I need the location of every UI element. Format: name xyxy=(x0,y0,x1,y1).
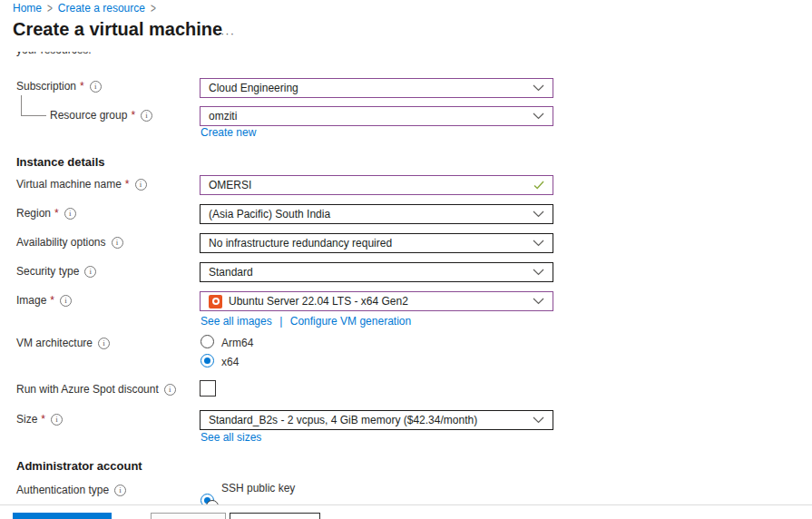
spot-discount-checkbox[interactable] xyxy=(200,380,216,397)
spot-discount-label: Run with Azure Spot discount i xyxy=(16,383,176,396)
info-icon[interactable]: i xyxy=(141,110,152,122)
info-icon[interactable]: i xyxy=(114,485,126,496)
radio-arm64[interactable] xyxy=(201,335,214,348)
radio-x64-label[interactable]: x64 xyxy=(221,356,239,368)
resource-group-label: Resource group * i xyxy=(50,109,152,122)
size-dropdown[interactable]: Standard_B2s - 2 vcpus, 4 GiB memory ($4… xyxy=(200,410,553,430)
connector-line xyxy=(21,95,22,116)
info-icon[interactable]: i xyxy=(135,179,147,191)
breadcrumb: Home > Create a resource > xyxy=(13,2,156,15)
radio-ssh-public-key-label[interactable]: SSH public key xyxy=(221,482,295,495)
info-icon[interactable]: i xyxy=(84,266,96,278)
review-create-button[interactable] xyxy=(13,513,112,519)
chevron-down-icon xyxy=(533,211,544,218)
info-icon[interactable]: i xyxy=(60,295,72,307)
subscription-label: Subscription * i xyxy=(16,80,102,93)
previous-button[interactable] xyxy=(151,513,226,519)
region-dropdown[interactable]: (Asia Pacific) South India xyxy=(200,204,553,224)
create-vm-page: Home > Create a resource > Create a virt… xyxy=(0,0,812,519)
required-marker: * xyxy=(41,413,45,426)
availability-options-dropdown[interactable]: No infrastructure redundancy required xyxy=(200,233,553,253)
chevron-down-icon xyxy=(533,269,544,276)
info-icon[interactable]: i xyxy=(64,208,76,220)
configure-vm-generation-link[interactable]: Configure VM generation xyxy=(290,315,411,328)
vm-name-input[interactable]: OMERSI xyxy=(200,175,553,195)
administrator-account-heading: Administrator account xyxy=(16,459,142,473)
page-title: Create a virtual machine xyxy=(13,19,222,40)
region-label: Region * i xyxy=(16,207,76,220)
chevron-down-icon xyxy=(533,298,544,305)
ubuntu-logo-icon xyxy=(209,295,222,308)
image-links: See all images | Configure VM generation xyxy=(201,312,411,328)
radio-arm64-label[interactable]: Arm64 xyxy=(221,337,253,349)
breadcrumb-create-resource-link[interactable]: Create a resource xyxy=(58,2,145,15)
vm-name-label: Virtual machine name * i xyxy=(16,178,147,191)
chevron-down-icon xyxy=(533,113,544,120)
see-all-sizes-link[interactable]: See all sizes xyxy=(201,431,261,444)
info-icon[interactable]: i xyxy=(90,81,102,93)
chevron-down-icon xyxy=(533,416,544,424)
clipped-intro-text: your resources. xyxy=(16,52,289,58)
create-new-link[interactable]: Create new xyxy=(201,126,256,139)
subscription-dropdown[interactable]: Cloud Engineering xyxy=(200,78,553,98)
breadcrumb-home-link[interactable]: Home xyxy=(13,2,42,15)
required-marker: * xyxy=(131,109,135,122)
image-label: Image * i xyxy=(16,294,72,307)
vm-architecture-label: VM architecture i xyxy=(16,337,110,349)
connector-line xyxy=(21,115,46,116)
link-separator: | xyxy=(279,315,282,328)
required-marker: * xyxy=(80,80,84,93)
footer-bar xyxy=(0,504,812,519)
chevron-right-icon: > xyxy=(47,1,53,15)
size-label: Size * i xyxy=(16,413,63,426)
info-icon[interactable]: i xyxy=(164,384,176,396)
required-marker: * xyxy=(50,294,54,307)
security-type-dropdown[interactable]: Standard xyxy=(200,262,553,282)
radio-x64[interactable] xyxy=(201,354,214,367)
required-marker: * xyxy=(54,207,59,220)
resource-group-dropdown[interactable]: omziti xyxy=(200,106,553,126)
authentication-type-label: Authentication type i xyxy=(16,484,126,496)
required-marker: * xyxy=(125,178,130,191)
info-icon[interactable]: i xyxy=(98,338,110,349)
availability-options-label: Availability options i xyxy=(16,236,123,249)
valid-check-icon xyxy=(533,181,544,190)
info-icon[interactable]: i xyxy=(51,414,63,426)
info-icon[interactable]: i xyxy=(112,237,123,249)
instance-details-heading: Instance details xyxy=(16,155,105,169)
see-all-images-link[interactable]: See all images xyxy=(201,315,272,328)
image-dropdown[interactable]: Ubuntu Server 22.04 LTS - x64 Gen2 xyxy=(200,291,553,311)
more-options-icon[interactable]: ··· xyxy=(220,26,235,40)
chevron-down-icon xyxy=(533,84,544,92)
chevron-down-icon xyxy=(533,240,544,247)
security-type-label: Security type i xyxy=(16,265,96,278)
next-button[interactable] xyxy=(230,513,320,519)
chevron-right-icon: > xyxy=(151,1,156,15)
